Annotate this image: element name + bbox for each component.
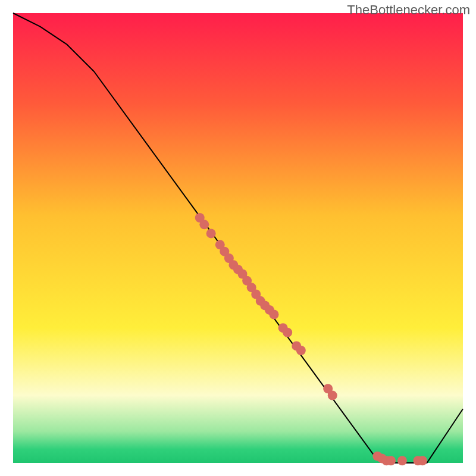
marker-point — [296, 346, 306, 355]
bottleneck-chart — [0, 0, 476, 476]
marker-point — [328, 391, 337, 400]
attribution-label: TheBottlenecker.com — [347, 2, 470, 18]
marker-point — [397, 456, 407, 465]
marker-point — [199, 220, 209, 229]
chart-container: TheBottlenecker.com — [0, 0, 476, 476]
plot-background — [13, 13, 463, 463]
marker-point — [386, 456, 396, 465]
marker-point — [283, 328, 292, 337]
marker-point — [418, 456, 427, 465]
marker-point — [269, 310, 278, 320]
marker-point — [206, 228, 216, 238]
